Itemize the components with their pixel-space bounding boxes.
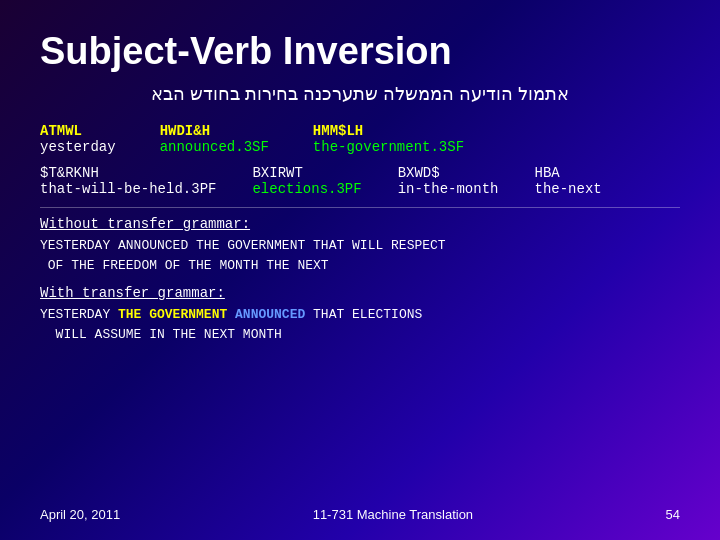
token-st-top: $T&RKNH [40,165,216,181]
token-hba-top: HBA [534,165,601,181]
token-bxwd: BXWD$ in-the-month [398,165,499,197]
footer-date: April 20, 2011 [40,507,120,522]
token-bxwd-top: BXWD$ [398,165,499,181]
example2-block: $T&RKNH that-will-be-held.3PF BXIRWT ele… [40,165,680,197]
footer: April 20, 2011 11-731 Machine Translatio… [0,507,720,522]
token-st-bottom: that-will-be-held.3PF [40,181,216,197]
without-line2: OF THE FREEDOM OF THE MONTH THE NEXT [40,256,680,276]
with-line1: YESTERDAY THE GOVERNMENT ANNOUNCED THAT … [40,305,680,325]
with-label: With transfer grammar: [40,285,680,301]
slide: Subject-Verb Inversion אתמול הודיעה הממש… [0,0,720,540]
token-bx-top: BXIRWT [252,165,361,181]
with-section: With transfer grammar: YESTERDAY THE GOV… [40,285,680,344]
without-section: Without transfer grammar: YESTERDAY ANNO… [40,216,680,275]
token-bxwd-bottom: in-the-month [398,181,499,197]
without-label: Without transfer grammar: [40,216,680,232]
token-hwdi-bottom: announced.3SF [160,139,269,155]
token-hwdi-top: HWDI&H [160,123,269,139]
with-part4: ANNOUNCED [235,307,305,322]
with-part1: YESTERDAY [40,307,118,322]
example1-block: ATMWL yesterday HWDI&H announced.3SF HMM… [40,123,680,155]
token-hmm-bottom: the-government.3SF [313,139,464,155]
with-part5: THAT ELECTIONS [305,307,422,322]
with-part2: THE GOVERNMENT [118,307,227,322]
hebrew-subtitle: אתמול הודיעה הממשלה שתערכנה בחירות בחודש… [40,83,680,105]
footer-course: 11-731 Machine Translation [313,507,473,522]
token-bx: BXIRWT elections.3PF [252,165,361,197]
token-atmwl: ATMWL yesterday [40,123,116,155]
token-hba-bottom: the-next [534,181,601,197]
token-bx-bottom: elections.3PF [252,181,361,197]
token-hmm: HMM$LH the-government.3SF [313,123,464,155]
with-line2: WILL ASSUME IN THE NEXT MONTH [40,325,680,345]
token-st: $T&RKNH that-will-be-held.3PF [40,165,216,197]
footer-page: 54 [666,507,680,522]
slide-title: Subject-Verb Inversion [40,30,680,73]
with-line2-text: WILL ASSUME IN THE NEXT MONTH [40,327,282,342]
token-hwdi: HWDI&H announced.3SF [160,123,269,155]
divider1 [40,207,680,208]
without-line1: YESTERDAY ANNOUNCED THE GOVERNMENT THAT … [40,236,680,256]
with-part3 [227,307,235,322]
token-hmm-top: HMM$LH [313,123,464,139]
token-atmwl-bottom: yesterday [40,139,116,155]
token-hba: HBA the-next [534,165,601,197]
token-atmwl-top: ATMWL [40,123,116,139]
